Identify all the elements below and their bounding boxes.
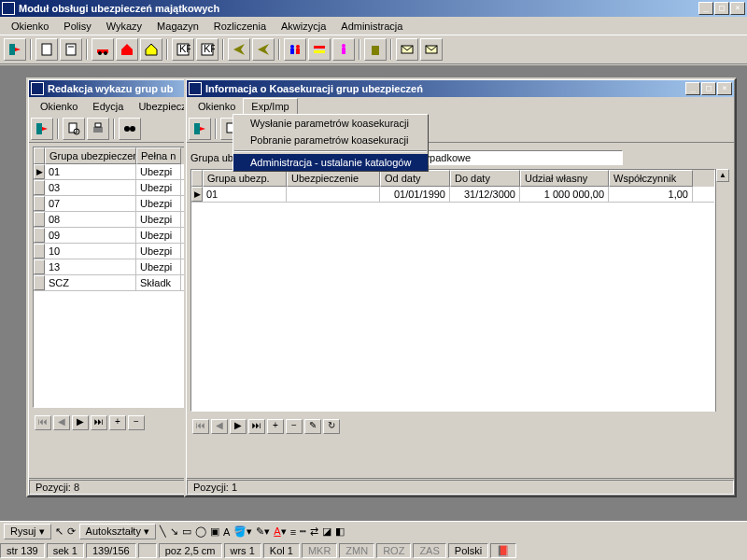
svg-rect-18 <box>342 48 345 54</box>
win1-titlebar[interactable]: Redakcja wykazu grup ub <box>29 80 210 97</box>
table-row[interactable]: 09Ubezpi <box>34 228 205 244</box>
win1-menu-okienko[interactable]: Okienko <box>33 99 85 114</box>
kp-icon[interactable]: KP <box>172 38 194 61</box>
nav-last[interactable]: ⏭ <box>91 415 107 430</box>
win1-grid[interactable]: Grupa ubezpieczeń Pełna n ▶01Ubezpi03Ube… <box>33 147 206 408</box>
send2-icon[interactable] <box>252 38 275 61</box>
scroll-up-icon[interactable]: ▲ <box>716 169 729 182</box>
table-row[interactable]: 13Ubezpi <box>34 259 205 275</box>
status-book-icon[interactable]: 📕 <box>490 543 516 558</box>
building-icon[interactable] <box>364 38 387 61</box>
col-udzial[interactable]: Udział własny <box>520 170 609 187</box>
car-icon[interactable] <box>92 38 114 61</box>
shadow-icon[interactable]: ◪ <box>322 525 331 538</box>
autoksztalty-button[interactable]: Autokształty ▾ <box>79 524 156 539</box>
menu-rozliczenia[interactable]: Rozliczenia <box>206 19 274 34</box>
person-icon[interactable] <box>332 38 355 61</box>
table-row[interactable]: SCZSkładk <box>34 275 205 291</box>
binoculars-icon[interactable] <box>119 118 141 140</box>
exit-icon[interactable] <box>189 118 211 140</box>
minimize-button[interactable]: _ <box>698 2 713 15</box>
nav-del[interactable]: − <box>286 419 303 434</box>
col-wspolczynnik[interactable]: Współczynnik <box>609 170 693 187</box>
nav-add[interactable]: + <box>109 415 126 430</box>
table-row[interactable]: 08Ubezpi <box>34 212 205 228</box>
oval-icon[interactable]: ◯ <box>195 525 206 538</box>
line-icon[interactable]: ╲ <box>160 525 166 538</box>
win2-minimize[interactable]: _ <box>685 82 700 95</box>
nav-edit[interactable]: ✎ <box>304 419 321 434</box>
col-pelna[interactable]: Pełna n <box>136 147 181 164</box>
menu-wykazy[interactable]: Wykazy <box>99 19 149 34</box>
exit-icon[interactable] <box>31 118 53 140</box>
menu-akwizycja[interactable]: Akwizycja <box>274 19 333 34</box>
menu-polisy[interactable]: Polisy <box>56 19 98 34</box>
menu-administracja[interactable]: Administracja <box>333 19 410 34</box>
table-row[interactable]: 10Ubezpi <box>34 244 205 259</box>
kp2-icon[interactable]: KP <box>196 38 218 61</box>
close-button[interactable]: × <box>730 2 745 15</box>
win2-content: Grupa ubezpieczeń Grupa ubezp. Ubezpiecz… <box>187 143 734 478</box>
wordart-icon[interactable]: A <box>223 526 230 538</box>
col-ubezpieczenie[interactable]: Ubezpieczenie <box>287 170 380 187</box>
nav-first[interactable]: ⏮ <box>192 419 209 434</box>
rotate-icon[interactable]: ⟳ <box>67 525 76 538</box>
fill-color-icon[interactable]: 🪣▾ <box>233 525 252 538</box>
win1-menubar: Okienko Edycja Ubezpieczeni <box>29 97 210 115</box>
win2-grid[interactable]: Grupa ubezp. Ubezpieczenie Od daty Do da… <box>190 169 715 412</box>
nav-next[interactable]: ▶ <box>72 415 89 430</box>
cars-icon[interactable] <box>308 38 331 61</box>
document2-icon[interactable] <box>60 38 82 61</box>
table-row[interactable]: ▶ 01 01/01/1990 31/12/3000 1 000 000,00 … <box>191 187 714 203</box>
print-icon[interactable] <box>87 118 109 140</box>
win2-close[interactable]: × <box>717 82 732 95</box>
menu-magazyn[interactable]: Magazyn <box>149 19 206 34</box>
col-grupa-ubezp[interactable]: Grupa ubezp. <box>203 170 287 187</box>
nav-first[interactable]: ⏮ <box>35 415 51 430</box>
font-color-icon[interactable]: A▾ <box>274 525 286 538</box>
document-icon[interactable] <box>35 38 58 61</box>
nav-prev[interactable]: ◀ <box>53 415 70 430</box>
house-icon[interactable] <box>140 38 162 61</box>
arrow-icon[interactable]: ↘ <box>170 525 178 538</box>
win2-menu-okienko[interactable]: Okienko <box>190 99 243 114</box>
dropdown-wyslanie[interactable]: Wysłanie parametrów koasekuracji <box>233 115 428 132</box>
send-icon[interactable] <box>228 38 250 61</box>
rect-icon[interactable]: ▭ <box>182 525 191 538</box>
nav-prev[interactable]: ◀ <box>211 419 228 434</box>
table-row[interactable]: 03Ubezpi <box>34 180 205 196</box>
envelope-icon[interactable] <box>396 38 418 61</box>
textbox-icon[interactable]: ▣ <box>210 525 219 538</box>
house-red-icon[interactable] <box>116 38 138 61</box>
maximize-button[interactable]: □ <box>714 2 729 15</box>
table-row[interactable]: 07Ubezpi <box>34 196 205 212</box>
dash-style-icon[interactable]: ┅ <box>300 525 306 538</box>
pointer-icon[interactable]: ↖ <box>55 525 63 538</box>
people-icon[interactable] <box>284 38 306 61</box>
menu-okienko[interactable]: Okienko <box>4 19 56 34</box>
nav-next[interactable]: ▶ <box>230 419 247 434</box>
win1-menu-edycja[interactable]: Edycja <box>85 99 131 114</box>
win2-menu-expimp[interactable]: Exp/Imp <box>243 98 297 115</box>
rysuj-button[interactable]: Rysuj ▾ <box>4 524 51 539</box>
nav-last[interactable]: ⏭ <box>248 419 265 434</box>
nav-add[interactable]: + <box>267 419 284 434</box>
vertical-scrollbar[interactable]: ▲ <box>715 169 730 412</box>
line-color-icon[interactable]: ✎▾ <box>256 525 270 538</box>
table-row[interactable]: ▶01Ubezpi <box>34 164 205 180</box>
col-do-daty[interactable]: Do daty <box>450 170 520 187</box>
win2-titlebar[interactable]: Informacja o Koasekuracji grup ubezpiecz… <box>187 80 734 97</box>
nav-del[interactable]: − <box>128 415 145 430</box>
envelope2-icon[interactable] <box>420 38 443 61</box>
3d-icon[interactable]: ◧ <box>335 525 345 538</box>
dropdown-pobranie[interactable]: Pobranie parametrów koasekuracji <box>233 132 428 148</box>
preview-icon[interactable] <box>63 118 85 140</box>
arrow-style-icon[interactable]: ⇄ <box>310 525 318 538</box>
dropdown-administracja[interactable]: Administracja - ustalanie katalogów <box>233 154 428 171</box>
nav-refresh[interactable]: ↻ <box>323 419 340 434</box>
win2-maximize[interactable]: □ <box>701 82 716 95</box>
col-grupa[interactable]: Grupa ubezpieczeń <box>45 147 136 164</box>
exit-icon[interactable] <box>4 38 26 61</box>
col-od-daty[interactable]: Od daty <box>380 170 450 187</box>
line-style-icon[interactable]: ≡ <box>290 526 296 538</box>
